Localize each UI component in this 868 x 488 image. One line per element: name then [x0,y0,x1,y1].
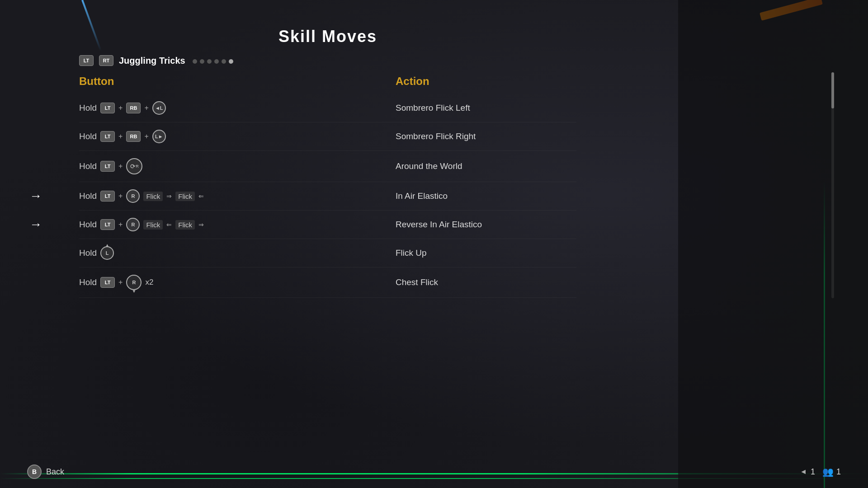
plus-1b: + [144,104,148,112]
page-title: Skill Moves [79,27,576,46]
flick-arrow-5b: ⇒ [198,221,204,228]
move-row-7: Hold LT + ▼ R x2 Chest Flick [79,267,576,298]
page-nav-left-icon[interactable]: ◄ [800,468,807,476]
page-nav: ◄ 1 [800,467,815,477]
dot-6-active [229,59,233,64]
bottom-right: ◄ 1 👥 1 [800,466,841,477]
right-panel-bg [678,0,868,488]
flick-text-4a: Flick [143,192,163,201]
move-button-5: Hold LT + R Flick ⇐ Flick ⇒ [79,218,396,231]
r-stick-down-7: ▼ R [126,275,142,290]
plus-2a: + [118,132,123,141]
arrow-indicator-5: → [29,217,42,232]
player-icon: 👥 [822,466,834,477]
move-row-6: Hold ▲ L Flick Up [79,239,576,267]
page-number: 1 [811,467,815,477]
move-button-3: Hold LT + ⟳R [79,158,396,174]
button-column-header: Button [79,75,396,88]
player-info: 👥 1 [822,466,841,477]
move-row-5: → Hold LT + R Flick ⇐ Flick ⇒ Reverse In… [79,211,576,239]
r-rotate-icon-3: ⟳R [126,158,142,174]
x2-label-7: x2 [145,278,153,287]
move-row-2: Hold LT + RB + L► Sombrero Flick Right [79,122,576,151]
b-button-icon[interactable]: B [27,465,42,479]
flick-arrow-5a: ⇐ [166,221,172,228]
hold-text-3: Hold [79,161,97,171]
move-button-2: Hold LT + RB + L► [79,130,396,143]
rb-icon-2: RB [126,131,141,142]
move-action-4: In Air Elastico [396,191,576,201]
dot-1 [193,59,197,64]
rt-button[interactable]: RT [99,55,113,66]
hold-text-5: Hold [79,220,97,230]
back-label: Back [46,467,64,477]
hold-text-6: Hold [79,248,97,258]
move-button-7: Hold LT + ▼ R x2 [79,275,396,290]
plus-5: + [118,221,123,229]
main-panel: Skill Moves LT RT Juggling Tricks Button… [79,27,576,298]
back-button[interactable]: B Back [27,465,64,479]
lt-button[interactable]: LT [79,55,94,66]
columns-header: Button Action [79,75,576,88]
move-button-1: Hold LT + RB + ◄L [79,101,396,115]
r-stick-5: R [126,218,140,231]
flick-text-5a: Flick [143,220,163,230]
move-action-7: Chest Flick [396,277,576,287]
scrollbar-track[interactable] [831,72,834,298]
move-action-3: Around the World [396,161,576,171]
plus-3: + [118,162,123,170]
lt-icon-7: LT [100,277,115,288]
plus-1a: + [118,104,123,112]
plus-2b: + [144,132,148,141]
player-count: 1 [836,467,841,477]
l-stick-up-6: ▲ L [100,246,114,260]
move-row-3: Hold LT + ⟳R Around the World [79,151,576,182]
dot-2 [200,59,204,64]
flick-arrow-4a: ⇒ [166,192,172,200]
action-column-header: Action [396,75,576,88]
category-name: Juggling Tricks [119,56,185,66]
hold-text-1: Hold [79,103,97,113]
lt-icon-3: LT [100,161,115,172]
move-action-1: Sombrero Flick Left [396,103,576,113]
move-action-2: Sombrero Flick Right [396,131,576,141]
l-stick-left-1: ◄L [152,101,166,115]
lt-icon-1: LT [100,103,115,113]
l-stick-right-2: L► [152,130,166,143]
hold-text-4: Hold [79,191,97,201]
category-header: LT RT Juggling Tricks [79,55,576,66]
move-button-4: Hold LT + R Flick ⇒ Flick ⇐ [79,189,396,203]
rb-icon-1: RB [126,103,141,113]
lt-icon-2: LT [100,131,115,142]
hold-text-2: Hold [79,131,97,141]
flick-arrow-4b: ⇐ [198,192,204,200]
move-row-1: Hold LT + RB + ◄L Sombrero Flick Left [79,94,576,122]
dot-3 [207,59,212,64]
move-row-4: → Hold LT + R Flick ⇒ Flick ⇐ In Air Ela… [79,182,576,211]
move-action-6: Flick Up [396,248,576,258]
flick-text-4b: Flick [175,192,195,201]
plus-4: + [118,192,123,200]
scrollbar-thumb[interactable] [831,72,834,108]
plus-7: + [118,278,123,286]
move-action-5: Reverse In Air Elastico [396,220,576,230]
bottom-bar: B Back ◄ 1 👥 1 [27,465,841,479]
lt-icon-4: LT [100,191,115,202]
arrow-indicator-4: → [29,189,42,203]
hold-text-7: Hold [79,277,97,287]
dot-5 [222,59,226,64]
up-arrow-6: ▲ [105,243,109,248]
lt-icon-5: LT [100,219,115,230]
dot-4 [214,59,219,64]
r-stick-4: R [126,189,140,203]
move-button-6: Hold ▲ L [79,246,396,260]
flick-text-5b: Flick [175,220,195,230]
pagination-dots [193,59,233,64]
